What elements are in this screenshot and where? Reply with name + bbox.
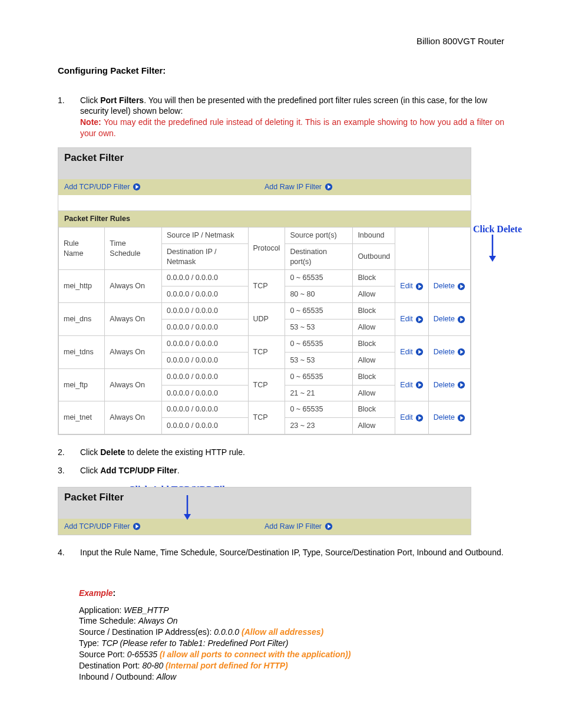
cell-dst-port: 53 ~ 53	[285, 319, 353, 336]
col-src-port: Source port(s)	[285, 227, 353, 243]
edit-link[interactable]: Edit	[400, 380, 424, 390]
play-circle-icon	[325, 183, 333, 191]
edit-link[interactable]: Edit	[400, 314, 424, 324]
example-line: Time Schedule: Always On	[79, 615, 504, 627]
cell-edit: Edit	[395, 335, 429, 368]
add-tcp-udp-filter-link[interactable]: Add TCP/UDP Filter	[64, 182, 265, 192]
packet-filter-screenshot-2: Packet Filter Add TCP/UDP Filter Add Raw…	[58, 487, 471, 535]
cell-time: Always On	[105, 368, 162, 401]
ui-spacer	[58, 508, 471, 519]
edit-link[interactable]: Edit	[400, 413, 424, 423]
cell-time: Always On	[105, 335, 162, 368]
ui-title: Packet Filter	[58, 148, 471, 169]
cell-delete: Delete	[428, 270, 470, 303]
example-line: Source Port: 0-65535 (I allow all ports …	[79, 649, 504, 660]
col-dst-ip: Destination IP / Netmask	[162, 243, 249, 270]
delete-link[interactable]: Delete	[434, 380, 465, 390]
table-row: mei_httpAlways On0.0.0.0 / 0.0.0.0TCP0 ~…	[59, 270, 471, 286]
cell-proto: TCP	[248, 270, 285, 303]
delete-link[interactable]: Delete	[434, 413, 465, 423]
edit-link[interactable]: Edit	[400, 281, 424, 291]
step-text-post: to delete the existing HTTP rule.	[125, 447, 245, 457]
col-rule-name: Rule Name	[59, 227, 105, 270]
delete-link[interactable]: Delete	[434, 281, 465, 291]
cell-dst-ip: 0.0.0.0 / 0.0.0.0	[162, 352, 249, 368]
svg-marker-27	[184, 514, 191, 520]
example-colon: :	[113, 588, 116, 598]
packet-filter-screenshot-1: Packet Filter Add TCP/UDP Filter Add Raw…	[58, 147, 471, 435]
section-title: Configuring Packet Filter:	[58, 65, 504, 77]
cell-rule-name: mei_ftp	[59, 368, 105, 401]
cell-rule-name: mei_http	[59, 270, 105, 303]
col-inbound: Inbound	[353, 227, 395, 243]
add-tcp-udp-filter-link[interactable]: Add TCP/UDP Filter	[64, 522, 265, 532]
cell-delete: Delete	[428, 401, 470, 434]
link-label: Add TCP/UDP Filter	[64, 182, 130, 192]
cell-inbound: Block	[353, 270, 395, 286]
page-header: Billion 800VGT Router	[58, 35, 504, 47]
delete-link[interactable]: Delete	[434, 347, 465, 357]
cell-delete: Delete	[428, 303, 470, 336]
step-text-post: .	[177, 466, 180, 475]
cell-time: Always On	[105, 303, 162, 336]
link-label: Add TCP/UDP Filter	[64, 522, 130, 532]
rules-section: Packet Filter Rules Rule Name Time Sched…	[58, 210, 471, 434]
arrow-down-icon	[183, 495, 192, 520]
cell-src-port: 0 ~ 65535	[285, 401, 353, 418]
example-line: Application: WEB_HTTP	[79, 605, 504, 616]
cell-src-ip: 0.0.0.0 / 0.0.0.0	[162, 401, 249, 418]
step-bold: Port Filters	[100, 95, 144, 105]
cell-proto: TCP	[248, 368, 285, 401]
cell-inbound: Block	[353, 368, 395, 385]
example-line: Destination Port: 80-80 (Internal port d…	[79, 660, 504, 671]
cell-src-ip: 0.0.0.0 / 0.0.0.0	[162, 303, 249, 319]
edit-link[interactable]: Edit	[400, 347, 424, 357]
cell-edit: Edit	[395, 303, 429, 336]
step-text: Click	[80, 447, 100, 457]
cell-src-port: 0 ~ 65535	[285, 335, 353, 352]
arrow-down-icon	[488, 235, 497, 262]
cell-outbound: Allow	[353, 418, 395, 434]
svg-marker-25	[489, 256, 496, 262]
cell-dst-ip: 0.0.0.0 / 0.0.0.0	[162, 385, 249, 401]
col-edit	[395, 227, 429, 270]
cell-src-ip: 0.0.0.0 / 0.0.0.0	[162, 368, 249, 385]
cell-src-port: 0 ~ 65535	[285, 303, 353, 319]
add-raw-ip-filter-link[interactable]: Add Raw IP Filter	[265, 182, 465, 192]
cell-delete: Delete	[428, 335, 470, 368]
step-text: Click	[80, 466, 100, 475]
cell-time: Always On	[105, 270, 162, 303]
ui-title: Packet Filter	[58, 487, 471, 508]
cell-src-port: 0 ~ 65535	[285, 270, 353, 286]
play-circle-icon	[133, 522, 141, 531]
col-outbound: Outbound	[353, 243, 395, 270]
example-label: Example	[79, 588, 113, 598]
cell-dst-ip: 0.0.0.0 / 0.0.0.0	[162, 286, 249, 303]
add-raw-ip-filter-link[interactable]: Add Raw IP Filter	[265, 522, 465, 532]
col-time: Time Schedule	[105, 227, 162, 270]
example-line: Type: TCP (Please refer to Table1: Prede…	[79, 638, 504, 649]
cell-rule-name: mei_tdns	[59, 335, 105, 368]
cell-src-ip: 0.0.0.0 / 0.0.0.0	[162, 335, 249, 352]
cell-edit: Edit	[395, 368, 429, 401]
example-section: Example: Application: WEB_HTTP Time Sche…	[79, 588, 504, 683]
cell-dst-ip: 0.0.0.0 / 0.0.0.0	[162, 418, 249, 434]
click-delete-callout: Click Delete	[473, 223, 522, 236]
cell-dst-port: 80 ~ 80	[285, 286, 353, 303]
col-dst-port: Destination port(s)	[285, 243, 353, 270]
col-delete	[428, 227, 470, 270]
step-number: 1.	[58, 95, 65, 106]
example-line: Inbound / Outbound: Allow	[79, 671, 504, 683]
table-row: mei_dnsAlways On0.0.0.0 / 0.0.0.0UDP0 ~ …	[59, 303, 471, 319]
ui-linkbar: Add TCP/UDP Filter Add Raw IP Filter	[58, 179, 471, 195]
step-text: Click	[80, 95, 100, 105]
cell-outbound: Allow	[353, 385, 395, 401]
col-proto: Protocol	[248, 227, 285, 270]
link-label: Add Raw IP Filter	[265, 522, 322, 532]
cell-proto: TCP	[248, 401, 285, 434]
cell-rule-name: mei_tnet	[59, 401, 105, 434]
delete-link[interactable]: Delete	[434, 314, 465, 324]
cell-proto: TCP	[248, 335, 285, 368]
cell-src-port: 0 ~ 65535	[285, 368, 353, 385]
cell-inbound: Block	[353, 401, 395, 418]
